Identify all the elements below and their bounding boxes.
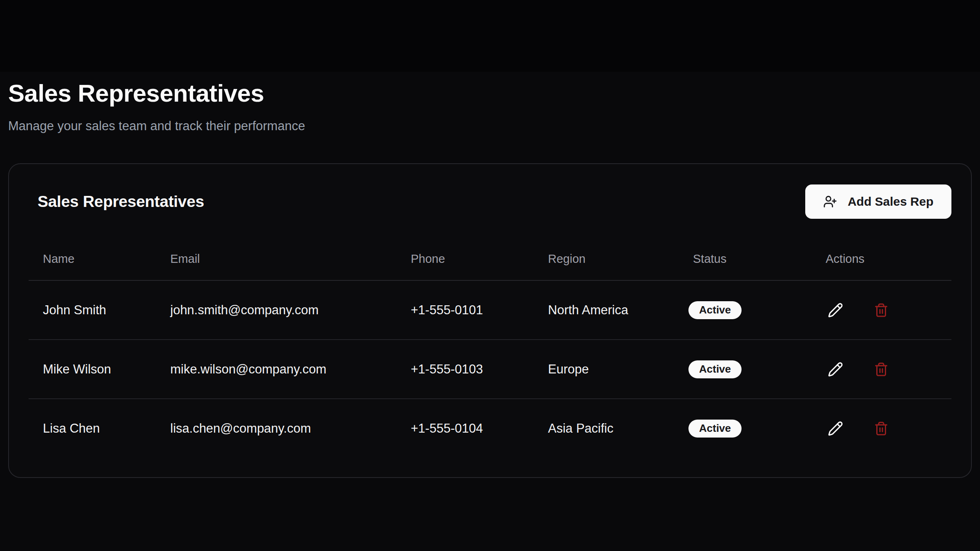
table-row: Mike Wilson mike.wilson@company.com +1-5… (29, 339, 951, 398)
edit-button[interactable] (826, 419, 845, 438)
page-title: Sales Representatives (8, 79, 972, 107)
add-sales-rep-button-label: Add Sales Rep (848, 195, 933, 209)
cell-phone: +1-555-0101 (396, 303, 534, 318)
cell-status: Active (679, 301, 811, 319)
delete-button[interactable] (871, 300, 891, 320)
sales-reps-table: Name Email Phone Region Status Actions J… (29, 219, 951, 458)
edit-button[interactable] (826, 300, 845, 320)
column-header-email: Email (156, 252, 396, 280)
column-header-region: Region (534, 252, 679, 280)
cell-phone: +1-555-0104 (396, 421, 534, 436)
delete-button[interactable] (871, 419, 891, 438)
cell-actions (811, 419, 951, 438)
cell-email: john.smith@company.com (156, 303, 396, 318)
cell-name: John Smith (29, 303, 156, 318)
user-plus-icon (823, 195, 837, 209)
cell-actions (811, 300, 951, 320)
table-header-row: Name Email Phone Region Status Actions (29, 219, 951, 280)
edit-button[interactable] (826, 360, 845, 379)
trash-icon (874, 421, 889, 436)
status-badge: Active (688, 420, 742, 438)
trash-icon (874, 303, 889, 318)
pencil-icon (828, 302, 843, 318)
trash-icon (874, 362, 889, 377)
top-navbar-band (0, 0, 980, 72)
cell-status: Active (679, 360, 811, 378)
table-row: Lisa Chen lisa.chen@company.com +1-555-0… (29, 398, 951, 458)
pencil-icon (828, 421, 843, 436)
cell-name: Mike Wilson (29, 362, 156, 377)
pencil-icon (828, 362, 843, 377)
table-row: John Smith john.smith@company.com +1-555… (29, 280, 951, 339)
status-badge: Active (688, 360, 742, 378)
cell-region: Europe (534, 362, 679, 377)
cell-phone: +1-555-0103 (396, 362, 534, 377)
column-header-name: Name (29, 252, 156, 280)
add-sales-rep-button[interactable]: Add Sales Rep (805, 184, 951, 219)
sales-representatives-page: Sales Representatives Manage your sales … (0, 79, 980, 478)
cell-name: Lisa Chen (29, 421, 156, 436)
cell-region: North America (534, 303, 679, 318)
screen: Sales Representatives Manage your sales … (0, 0, 980, 551)
sales-reps-card: Sales Representatives Add Sales Rep (8, 163, 972, 478)
delete-button[interactable] (871, 360, 891, 379)
table-body: John Smith john.smith@company.com +1-555… (29, 280, 951, 458)
cell-email: mike.wilson@company.com (156, 362, 396, 377)
card-header: Sales Representatives Add Sales Rep (29, 184, 951, 219)
column-header-phone: Phone (396, 252, 534, 280)
column-header-status: Status (679, 252, 811, 280)
cell-region: Asia Pacific (534, 421, 679, 436)
cell-email: lisa.chen@company.com (156, 421, 396, 436)
column-header-actions: Actions (811, 252, 951, 280)
status-badge: Active (688, 301, 742, 319)
page-subtitle: Manage your sales team and track their p… (8, 118, 972, 134)
card-title: Sales Representatives (38, 193, 204, 211)
cell-status: Active (679, 420, 811, 438)
cell-actions (811, 360, 951, 379)
